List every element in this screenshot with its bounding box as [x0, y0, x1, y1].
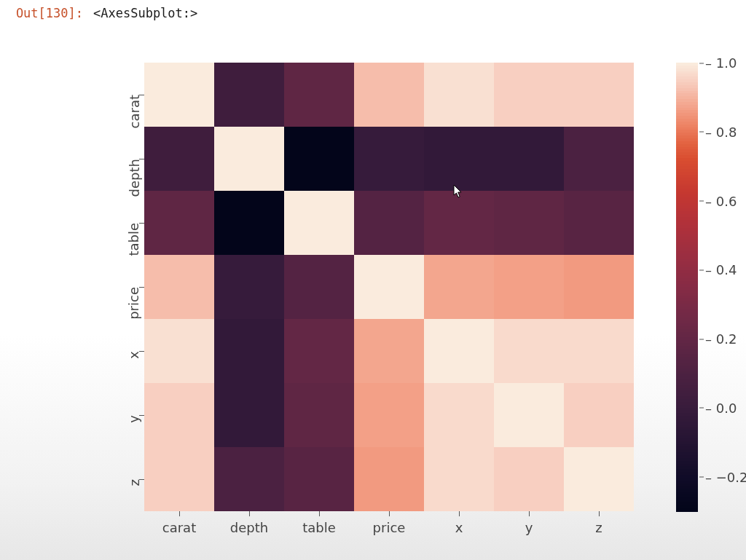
colorbar-tick-label: – 0.8: [705, 124, 737, 139]
y-tick-label: z: [127, 479, 142, 486]
heatmap-cell: [564, 191, 634, 255]
heatmap-figure: caratdepthtablepricexyz caratdepthtablep…: [93, 33, 734, 558]
y-tick-label: x: [127, 351, 142, 359]
heatmap-cell: [564, 63, 634, 127]
x-tick-label: y: [525, 520, 533, 535]
heatmap-cell: [424, 447, 494, 511]
heatmap-cell: [214, 255, 284, 319]
colorbar-track: [676, 63, 698, 511]
colorbar-tick-label: – −0.2: [705, 469, 746, 484]
heatmap-cell: [424, 255, 494, 319]
y-tick-label: y: [127, 415, 142, 423]
x-tick-label: x: [455, 520, 463, 535]
heatmap-cell: [354, 319, 424, 383]
heatmap-cell: [284, 63, 354, 127]
x-tick-labels: caratdepthtablepricexyz: [144, 511, 634, 540]
x-tick-label: depth: [230, 520, 268, 535]
heatmap-cell: [284, 191, 354, 255]
heatmap-cell: [144, 63, 214, 127]
heatmap-cell: [284, 319, 354, 383]
heatmap-cell: [354, 63, 424, 127]
heatmap-cell: [494, 383, 564, 447]
jupyter-output-row: Out[130]: <AxesSubplot:>: [0, 6, 746, 26]
heatmap-cell: [494, 255, 564, 319]
heatmap-cell: [564, 127, 634, 191]
heatmap-cell: [214, 127, 284, 191]
heatmap-cell: [564, 447, 634, 511]
heatmap-cell: [214, 191, 284, 255]
heatmap-cell: [494, 319, 564, 383]
heatmap-cell: [354, 127, 424, 191]
heatmap-cell: [424, 319, 494, 383]
colorbar-tick-label: – 1.0: [705, 55, 737, 71]
colorbar-tick-label: – 0.0: [705, 400, 737, 415]
y-tick-label: carat: [127, 95, 142, 128]
heatmap-cell: [494, 191, 564, 255]
heatmap-cell: [284, 255, 354, 319]
heatmap-cell: [354, 255, 424, 319]
heatmap-cell: [144, 383, 214, 447]
colorbar-ticks: – 1.0– 0.8– 0.6– 0.4– 0.2– 0.0– −0.2: [699, 63, 743, 511]
x-tick-label: table: [302, 520, 336, 535]
heatmap-cell: [494, 63, 564, 127]
heatmap-cell: [284, 383, 354, 447]
heatmap-cell: [494, 447, 564, 511]
heatmap-cell: [144, 127, 214, 191]
heatmap-cell: [424, 191, 494, 255]
x-tick-label: carat: [162, 520, 196, 535]
heatmap-cell: [424, 63, 494, 127]
output-prompt-label: Out[130]:: [0, 6, 83, 20]
heatmap-cell: [144, 447, 214, 511]
colorbar: [676, 63, 698, 511]
heatmap-cell: [354, 383, 424, 447]
heatmap-cell: [564, 383, 634, 447]
heatmap-cell: [564, 255, 634, 319]
heatmap-cell: [214, 383, 284, 447]
heatmap-cell: [214, 447, 284, 511]
heatmap-axes: [144, 63, 634, 511]
output-repr-text: <AxesSubplot:>: [93, 6, 197, 20]
heatmap-cell: [564, 319, 634, 383]
y-tick-label: depth: [127, 159, 142, 197]
x-tick-label: price: [373, 520, 406, 535]
heatmap-cell: [214, 63, 284, 127]
heatmap-cell: [144, 255, 214, 319]
colorbar-tick-label: – 0.6: [705, 193, 737, 208]
heatmap-cell: [284, 127, 354, 191]
heatmap-cell: [144, 191, 214, 255]
y-tick-labels: caratdepthtablepricexyz: [93, 63, 144, 511]
heatmap-cell: [424, 383, 494, 447]
heatmap-cell: [354, 447, 424, 511]
heatmap-cell: [284, 447, 354, 511]
y-tick-label: price: [127, 287, 142, 320]
heatmap-cell: [494, 127, 564, 191]
heatmap-cell: [214, 319, 284, 383]
x-tick-label: z: [595, 520, 602, 535]
heatmap-cell: [144, 319, 214, 383]
colorbar-tick-label: – 0.4: [705, 262, 737, 277]
heatmap-cell: [424, 127, 494, 191]
heatmap-cell: [354, 191, 424, 255]
colorbar-tick-label: – 0.2: [705, 331, 737, 347]
y-tick-label: table: [127, 223, 142, 256]
